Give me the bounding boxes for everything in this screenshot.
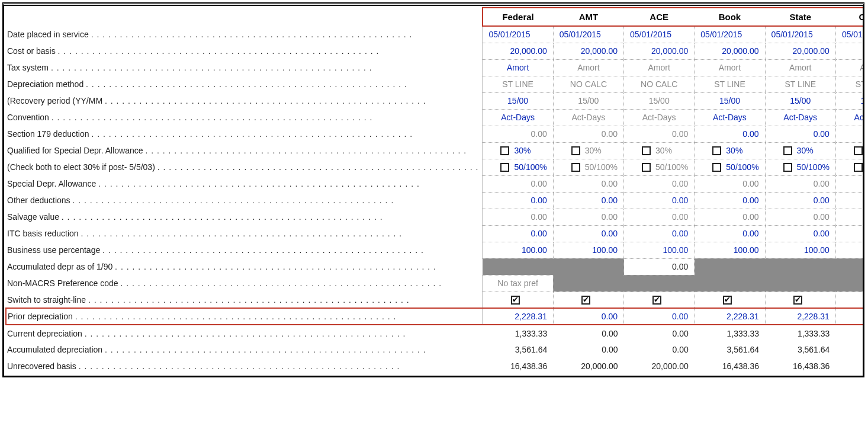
checkbox-icon[interactable] <box>712 163 721 172</box>
cell-value[interactable]: 15/00 <box>624 92 695 109</box>
cell-value[interactable]: 20,000.00 <box>765 43 835 59</box>
cell-value[interactable]: 0.00 <box>695 209 765 225</box>
cell-value[interactable]: NO CALC <box>624 76 695 92</box>
cell-checkbox[interactable]: 50/100% <box>835 159 864 175</box>
cell-value[interactable]: Act-Days <box>624 109 695 126</box>
cell-value[interactable]: Act-Days <box>483 109 553 126</box>
cell-checkbox[interactable]: 30% <box>765 142 835 159</box>
cell-value[interactable]: 100.00 <box>835 242 864 258</box>
cell-value[interactable]: 0.00 <box>765 175 835 192</box>
checkbox-icon[interactable] <box>783 163 792 172</box>
cell-value[interactable]: Amort <box>695 59 765 76</box>
cell-value[interactable]: 05/01/2015 <box>553 26 623 43</box>
cell-value[interactable]: 0.00 <box>765 126 835 142</box>
cell-checkbox[interactable] <box>835 292 864 308</box>
cell-value[interactable]: 0.00 <box>695 126 765 142</box>
cell-value[interactable]: 2,228.31 <box>765 308 835 325</box>
checkbox-icon[interactable] <box>723 296 732 305</box>
cell-value[interactable]: 0.00 <box>553 209 623 225</box>
cell-value[interactable]: 0.00 <box>835 209 864 225</box>
cell-value[interactable]: ST LINE <box>483 76 553 92</box>
checkbox-icon[interactable] <box>511 296 520 305</box>
cell-value[interactable]: 20,000.00 <box>553 43 623 59</box>
cell-value[interactable]: Act-Days <box>765 109 835 126</box>
checkbox-icon[interactable] <box>571 163 580 172</box>
cell-value[interactable]: 0.00 <box>695 192 765 209</box>
cell-value[interactable]: No tax pref <box>483 275 553 292</box>
cell-value[interactable]: Amort <box>835 59 864 76</box>
cell-value[interactable]: 15/00 <box>553 92 623 109</box>
cell-value[interactable]: 0.00 <box>624 209 695 225</box>
cell-value[interactable]: 0.00 <box>624 192 695 209</box>
cell-value[interactable]: 100.00 <box>765 242 835 258</box>
cell-value[interactable]: 05/01/2015 <box>624 26 695 43</box>
cell-checkbox[interactable]: 30% <box>483 142 553 159</box>
cell-value[interactable]: Act-Days <box>695 109 765 126</box>
cell-value[interactable]: 15/00 <box>483 92 553 109</box>
cell-value[interactable]: 20,000.00 <box>835 43 864 59</box>
cell-value[interactable]: 0.00 <box>835 126 864 142</box>
cell-value[interactable]: 0.00 <box>695 225 765 242</box>
cell-value[interactable]: ST LINE <box>765 76 835 92</box>
cell-value[interactable]: 0.00 <box>624 126 695 142</box>
checkbox-icon[interactable] <box>500 146 509 155</box>
cell-value[interactable]: 0.00 <box>765 192 835 209</box>
checkbox-icon[interactable] <box>642 163 651 172</box>
checkbox-icon[interactable] <box>793 296 802 305</box>
cell-value[interactable]: Amort <box>483 59 553 76</box>
cell-value[interactable]: Act-Days <box>835 109 864 126</box>
cell-value[interactable]: 0.00 <box>483 175 553 192</box>
cell-value[interactable]: 05/01/2015 <box>765 26 835 43</box>
cell-value[interactable]: 0.00 <box>624 258 695 275</box>
cell-checkbox[interactable]: 30% <box>695 142 765 159</box>
cell-value[interactable]: ST LINE <box>695 76 765 92</box>
cell-value[interactable]: 15/00 <box>765 92 835 109</box>
cell-checkbox[interactable]: 50/100% <box>483 159 553 175</box>
cell-value[interactable]: 0.00 <box>553 175 623 192</box>
cell-value[interactable]: 0.00 <box>553 308 623 325</box>
checkbox-icon[interactable] <box>854 146 863 155</box>
cell-value[interactable]: 0.00 <box>765 225 835 242</box>
cell-value[interactable]: Act-Days <box>553 109 623 126</box>
cell-value[interactable]: 2,228.31 <box>835 308 864 325</box>
cell-value[interactable]: Amort <box>765 59 835 76</box>
cell-value[interactable]: 0.00 <box>835 192 864 209</box>
cell-value[interactable]: Amort <box>553 59 623 76</box>
cell-value[interactable]: ST LINE <box>835 76 864 92</box>
cell-checkbox[interactable] <box>624 292 695 308</box>
cell-value[interactable]: 0.00 <box>483 126 553 142</box>
cell-value[interactable]: 0.00 <box>765 209 835 225</box>
checkbox-icon[interactable] <box>854 163 863 172</box>
cell-value[interactable]: 20,000.00 <box>695 43 765 59</box>
cell-value[interactable]: 100.00 <box>483 242 553 258</box>
cell-value[interactable]: 15/00 <box>835 92 864 109</box>
cell-value[interactable]: 05/01/2015 <box>695 26 765 43</box>
cell-value[interactable]: 05/01/2015 <box>483 26 553 43</box>
cell-checkbox[interactable]: 30% <box>553 142 623 159</box>
cell-value[interactable]: 0.00 <box>624 225 695 242</box>
cell-checkbox[interactable] <box>695 292 765 308</box>
cell-value[interactable]: 0.00 <box>624 308 695 325</box>
cell-value[interactable]: 0.00 <box>483 192 553 209</box>
checkbox-icon[interactable] <box>571 146 580 155</box>
cell-value[interactable]: NO CALC <box>553 76 623 92</box>
cell-checkbox[interactable]: 30% <box>624 142 695 159</box>
cell-value[interactable]: 2,228.31 <box>483 308 553 325</box>
cell-value[interactable]: 0.00 <box>553 126 623 142</box>
checkbox-icon[interactable] <box>581 296 590 305</box>
cell-checkbox[interactable] <box>553 292 623 308</box>
cell-value[interactable]: 0.00 <box>835 225 864 242</box>
cell-checkbox[interactable]: 30% <box>835 142 864 159</box>
cell-checkbox[interactable]: 50/100% <box>553 159 623 175</box>
cell-value[interactable]: 100.00 <box>695 242 765 258</box>
cell-value[interactable]: 100.00 <box>624 242 695 258</box>
cell-value[interactable]: 0.00 <box>483 225 553 242</box>
checkbox-icon[interactable] <box>783 146 792 155</box>
cell-checkbox[interactable] <box>483 292 553 308</box>
cell-value[interactable]: 2,228.31 <box>695 308 765 325</box>
cell-value[interactable]: 20,000.00 <box>624 43 695 59</box>
cell-checkbox[interactable] <box>765 292 835 308</box>
checkbox-icon[interactable] <box>712 146 721 155</box>
cell-value[interactable]: 0.00 <box>553 192 623 209</box>
cell-checkbox[interactable]: 50/100% <box>695 159 765 175</box>
